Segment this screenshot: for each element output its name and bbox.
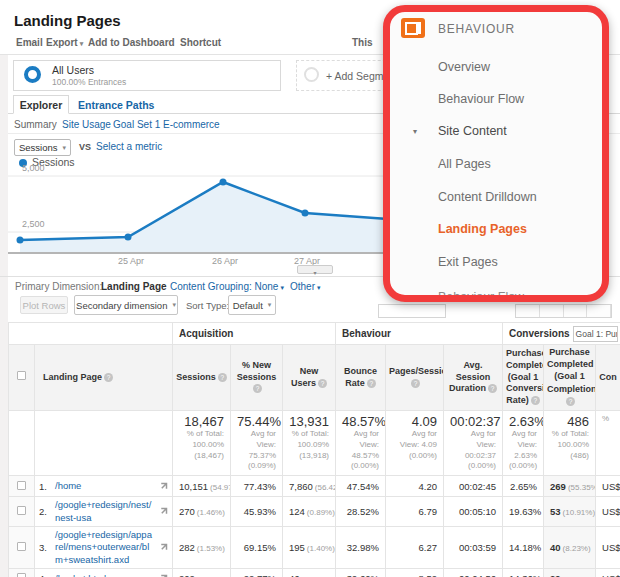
help-icon[interactable]: ? — [104, 373, 113, 382]
goal-selector[interactable]: Goal 1: Purchase Comp — [573, 326, 618, 342]
row-checkbox[interactable] — [9, 497, 35, 527]
tab-entrance-paths[interactable]: Entrance Paths — [78, 99, 154, 111]
col-goal-conversion-rate[interactable]: Purchase Completed (Goal 1 Conversion Ra… — [503, 345, 544, 411]
menu-item-overview[interactable]: Overview — [438, 60, 490, 74]
cell-completions: 269(55.35%) — [544, 476, 596, 497]
row-checkbox[interactable] — [9, 526, 35, 568]
menu-item-exit-pages[interactable]: Exit Pages — [438, 255, 498, 269]
help-icon[interactable]: ? — [531, 396, 540, 405]
row-number: 4. — [39, 573, 50, 577]
total-completions: 486% of Total: 100.00% (486) — [544, 411, 596, 476]
export-button[interactable]: Export▾ — [46, 37, 83, 48]
select-all-checkbox[interactable] — [9, 345, 35, 411]
table-row[interactable]: 1. /home 10,151(54.97%) 77.43% 7,860(56.… — [9, 476, 620, 497]
tab-explorer[interactable]: Explorer — [13, 95, 69, 114]
menu-item-behaviour-flow[interactable]: Behaviour Flow — [438, 92, 524, 106]
cell-new-users: 195(1.40%) — [283, 526, 336, 568]
col-bounce-rate[interactable]: Bounce Rate? — [336, 345, 386, 411]
external-link-icon[interactable] — [159, 543, 168, 552]
col-landing-page[interactable]: Landing Page? — [35, 345, 173, 411]
row-checkbox[interactable] — [9, 476, 35, 497]
table-row[interactable]: 4. /basket.html 202(1.09%) 22.77% 46(0.3… — [9, 568, 620, 577]
row-checkbox[interactable] — [9, 568, 35, 577]
help-icon[interactable]: ? — [566, 397, 575, 406]
landing-page-link[interactable]: /home — [55, 480, 154, 492]
select-a-metric-link[interactable]: Select a metric — [96, 141, 162, 152]
subnav-goal-set-1[interactable]: Goal Set 1 — [113, 119, 160, 130]
secondary-dimension-button[interactable]: Secondary dimension▾ — [74, 295, 178, 315]
cell-bounce-rate: 47.54% — [336, 476, 386, 497]
x-tick-26apr: 26 Apr — [212, 256, 238, 266]
cell-duration: 00:05:10 — [444, 497, 503, 527]
cell-new-users: 46(0.33%) — [283, 568, 336, 577]
table-totals-row: 18,467% of Total: 100.00% (18,467) 75.44… — [9, 411, 620, 476]
chart-expand-button[interactable]: ▾ — [297, 265, 333, 274]
row-number: 3. — [39, 542, 50, 553]
table-view-buttons-partial[interactable] — [515, 304, 612, 318]
sessions-line-chart[interactable] — [8, 165, 388, 260]
help-icon[interactable]: ? — [218, 373, 227, 382]
table-column-header-row: Landing Page? Sessions? % New Sessions? … — [9, 345, 620, 411]
cell-value-partial: US$ — [596, 497, 620, 527]
metric-select[interactable]: Sessions▾ — [14, 139, 71, 156]
help-icon[interactable]: ? — [318, 379, 327, 388]
other-dimension-link[interactable]: Other▾ — [290, 281, 321, 292]
col-new-users[interactable]: New Users? — [283, 345, 336, 411]
date-range-partial[interactable]: This — [352, 37, 373, 48]
sort-type-select[interactable]: Default▾ — [228, 295, 276, 315]
left-gutter — [0, 55, 8, 577]
group-header-behaviour: Behaviour — [336, 323, 503, 345]
help-icon[interactable]: ? — [411, 379, 420, 388]
vs-label: VS — [79, 142, 91, 152]
table-row[interactable]: 2. /google+redesign/nest/nest-usa 270(1.… — [9, 497, 620, 527]
group-header-acquisition: Acquisition — [173, 323, 336, 345]
help-icon[interactable]: ? — [253, 384, 262, 393]
chevron-down-icon: ▾ — [317, 284, 321, 291]
external-link-icon[interactable] — [159, 507, 168, 516]
cell-pages-session: 6.27 — [386, 526, 444, 568]
landing-page-link[interactable]: /google+redesign/apparel/mens+outerwear/… — [55, 529, 154, 566]
subnav-ecommerce[interactable]: E-commerce — [163, 119, 220, 130]
shortcut-button[interactable]: Shortcut — [180, 37, 221, 48]
add-to-dashboard-button[interactable]: Add to Dashboard — [88, 37, 175, 48]
total-new-sessions: 75.44%Avg for View: 75.37% (0.09%) — [231, 411, 283, 476]
menu-item-site-content[interactable]: Site Content — [438, 124, 507, 138]
plot-rows-button: Plot Rows — [20, 296, 68, 314]
menu-item-all-pages[interactable]: All Pages — [438, 157, 491, 171]
cell-new-sessions: 69.15% — [231, 526, 283, 568]
expand-arrow-icon[interactable]: ▾ — [413, 127, 417, 136]
cell-conversion-rate: 14.18% — [503, 526, 544, 568]
menu-item-landing-pages[interactable]: Landing Pages — [438, 222, 527, 236]
menu-item-behaviour-flow-2[interactable]: Behaviour Flow — [438, 290, 524, 302]
col-goal-value-partial[interactable]: Con — [596, 345, 620, 411]
total-sessions: 18,467% of Total: 100.00% (18,467) — [173, 411, 231, 476]
cell-completions: 29(5.97%) — [544, 568, 596, 577]
primary-dimension-landing-page[interactable]: Landing Page — [101, 281, 167, 292]
help-icon[interactable]: ? — [488, 384, 497, 393]
cell-value-partial: US$ — [596, 526, 620, 568]
cell-conversion-rate: 19.63% — [503, 497, 544, 527]
col-goal-completions-sorted[interactable]: Purchase Completed (Goal 1 Completions)↓… — [544, 345, 596, 411]
col-sessions[interactable]: Sessions? — [173, 345, 231, 411]
email-button[interactable]: Email — [16, 37, 43, 48]
group-header-conversions: Conversions Goal 1: Purchase Comp — [503, 323, 620, 345]
external-link-icon[interactable] — [159, 482, 168, 491]
help-icon[interactable]: ? — [367, 379, 376, 388]
landing-page-link[interactable]: /basket.html — [55, 573, 154, 577]
cell-conversion-rate: 14.36% — [503, 568, 544, 577]
cell-bounce-rate: 32.98% — [336, 526, 386, 568]
table-search-input-partial[interactable] — [378, 304, 446, 318]
menu-item-content-drilldown[interactable]: Content Drilldown — [438, 190, 537, 204]
landing-page-link[interactable]: /google+redesign/nest/nest-usa — [55, 499, 154, 524]
subnav-site-usage[interactable]: Site Usage — [62, 119, 111, 130]
col-new-sessions[interactable]: % New Sessions? — [231, 345, 283, 411]
total-bounce-rate: 48.57%Avg for View: 48.57% (0.00%) — [336, 411, 386, 476]
subnav-summary[interactable]: Summary — [14, 119, 57, 130]
col-pages-session[interactable]: Pages/Session? — [386, 345, 444, 411]
table-row[interactable]: 3. /google+redesign/apparel/mens+outerwe… — [9, 526, 620, 568]
content-grouping-link[interactable]: Content Grouping: None▾ — [170, 281, 284, 292]
cell-value-partial: US$ — [596, 476, 620, 497]
cell-sessions: 270(1.46%) — [173, 497, 231, 527]
cell-conversion-rate: 2.65% — [503, 476, 544, 497]
col-avg-session-duration[interactable]: Avg. Session Duration? — [444, 345, 503, 411]
